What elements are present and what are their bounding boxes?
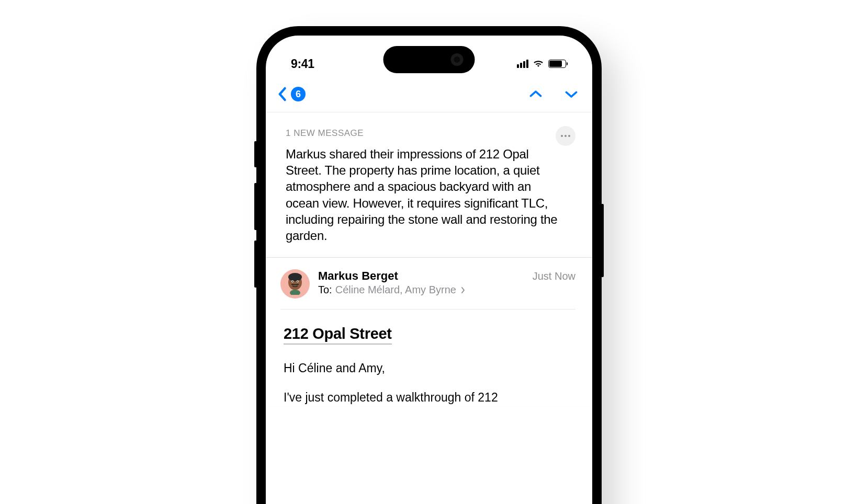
back-button[interactable]: 6 bbox=[277, 87, 306, 101]
svg-point-4 bbox=[292, 281, 293, 282]
silence-switch bbox=[254, 141, 256, 167]
cellular-signal-icon bbox=[517, 60, 528, 68]
nav-arrows bbox=[529, 90, 578, 98]
sender-info: Markus Berget Just Now To: Céline Mélard… bbox=[318, 269, 575, 296]
email-greeting: Hi Céline and Amy, bbox=[284, 361, 572, 375]
email-content: I've just completed a walkthrough of 212 bbox=[284, 390, 572, 406]
status-time: 9:41 bbox=[291, 57, 314, 71]
recipients: Céline Mélard, Amy Byrne bbox=[335, 284, 456, 296]
camera-dot bbox=[451, 53, 464, 66]
chevron-right-icon bbox=[460, 287, 466, 294]
sender-name: Markus Berget bbox=[318, 269, 398, 283]
volume-up-button bbox=[254, 183, 256, 230]
more-dots-icon bbox=[561, 135, 570, 137]
chevron-up-icon[interactable] bbox=[529, 90, 542, 98]
timestamp: Just Now bbox=[533, 270, 575, 282]
summary-label: 1 NEW MESSAGE bbox=[286, 128, 364, 139]
chevron-left-icon bbox=[277, 87, 287, 101]
dynamic-island bbox=[383, 46, 475, 73]
chevron-down-icon[interactable] bbox=[565, 90, 578, 98]
email-subject: 212 Opal Street bbox=[284, 325, 392, 345]
message-section: Markus Berget Just Now To: Céline Mélard… bbox=[266, 257, 592, 406]
sender-avatar bbox=[280, 269, 310, 299]
wifi-icon bbox=[533, 60, 544, 68]
svg-point-6 bbox=[290, 290, 300, 295]
more-button[interactable] bbox=[556, 126, 575, 146]
message-header[interactable]: Markus Berget Just Now To: Céline Mélard… bbox=[280, 269, 575, 310]
svg-point-5 bbox=[297, 281, 298, 282]
recipients-row[interactable]: To: Céline Mélard, Amy Byrne bbox=[318, 284, 575, 296]
unread-badge: 6 bbox=[291, 87, 306, 101]
phone-screen: 9:41 6 bbox=[266, 36, 592, 504]
summary-section: 1 NEW MESSAGE Markus shared their impres… bbox=[266, 112, 592, 257]
volume-down-button bbox=[254, 240, 256, 288]
phone-frame: 9:41 6 bbox=[256, 26, 602, 504]
svg-point-1 bbox=[288, 273, 302, 281]
status-icons bbox=[517, 60, 566, 68]
power-button bbox=[602, 204, 604, 277]
nav-bar: 6 bbox=[266, 77, 592, 112]
summary-text: Markus shared their impressions of 212 O… bbox=[286, 146, 575, 244]
to-label: To: bbox=[318, 284, 332, 296]
email-body: 212 Opal Street Hi Céline and Amy, I've … bbox=[280, 310, 575, 406]
battery-icon bbox=[548, 60, 566, 68]
